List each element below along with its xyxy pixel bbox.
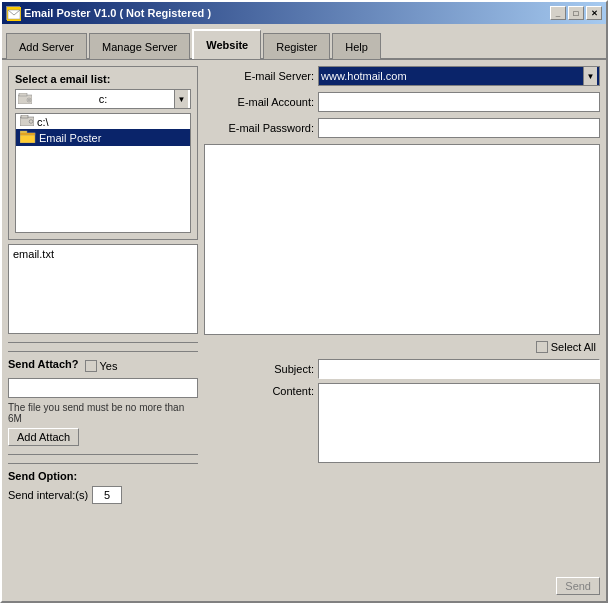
- svg-rect-6: [20, 117, 34, 126]
- separator-1: [8, 342, 198, 343]
- tree-item-drive-label: c:\: [37, 116, 49, 128]
- add-attach-button[interactable]: Add Attach: [8, 428, 79, 446]
- send-attach-section: Send Attach? Yes The file you send must …: [8, 351, 198, 446]
- tab-register[interactable]: Register: [263, 33, 330, 59]
- email-server-select[interactable]: www.hotmail.com ▼: [318, 66, 600, 86]
- send-attach-checkbox[interactable]: [85, 360, 97, 372]
- minimize-button[interactable]: _: [550, 6, 566, 20]
- email-password-label: E-mail Password:: [204, 122, 314, 134]
- email-list-group: Select a email list: c: ▼: [8, 66, 198, 240]
- email-list-label: Select a email list:: [15, 73, 191, 85]
- attach-file-input[interactable]: [8, 378, 198, 398]
- file-tree[interactable]: c:\ Email Poster: [15, 113, 191, 233]
- files-box[interactable]: email.txt: [8, 244, 198, 334]
- subject-input[interactable]: [318, 359, 600, 379]
- tab-add-server[interactable]: Add Server: [6, 33, 87, 59]
- app-icon: [6, 6, 20, 20]
- email-server-label: E-mail Server:: [204, 70, 314, 82]
- drive-icon: [20, 115, 34, 128]
- select-all-label: Select All: [551, 341, 596, 353]
- folder-icon: [20, 130, 36, 145]
- tree-item-folder-label: Email Poster: [39, 132, 101, 144]
- email-account-label: E-mail Account:: [204, 96, 314, 108]
- title-bar-controls: _ □ ✕: [550, 6, 602, 20]
- content-textarea[interactable]: [318, 383, 600, 463]
- file-item: email.txt: [11, 247, 195, 261]
- content-row: Content:: [204, 383, 600, 572]
- send-option-label: Send Option:: [8, 470, 198, 482]
- select-all-row: Select All: [204, 339, 600, 355]
- title-bar-text: Email Poster V1.0 ( Not Registered ): [6, 6, 211, 20]
- tab-website[interactable]: Website: [192, 29, 261, 59]
- email-list-area[interactable]: [204, 144, 600, 335]
- svg-rect-7: [21, 115, 28, 118]
- send-interval-row: Send interval:(s): [8, 486, 198, 504]
- tree-item-drive[interactable]: c:\: [16, 114, 190, 129]
- drive-select-value: c:: [99, 93, 108, 105]
- tab-manage-server[interactable]: Manage Server: [89, 33, 190, 59]
- title-bar: Email Poster V1.0 ( Not Registered ) _ □…: [2, 2, 606, 24]
- tab-bar: Add Server Manage Server Website Registe…: [2, 24, 606, 60]
- send-attach-label: Send Attach?: [8, 358, 79, 370]
- select-all-checkbox[interactable]: [536, 341, 548, 353]
- email-password-row: E-mail Password:: [204, 118, 600, 138]
- send-interval-label: Send interval:(s): [8, 489, 88, 501]
- email-account-row: E-mail Account:: [204, 92, 600, 112]
- send-option-section: Send Option: Send interval:(s): [8, 463, 198, 504]
- tab-help[interactable]: Help: [332, 33, 381, 59]
- email-server-row: E-mail Server: www.hotmail.com ▼: [204, 66, 600, 86]
- send-row: Send: [204, 575, 600, 595]
- send-button[interactable]: Send: [556, 577, 600, 595]
- email-account-input[interactable]: [318, 92, 600, 112]
- subject-row: Subject:: [204, 359, 600, 379]
- drive-select-icon: [18, 93, 32, 106]
- content-label: Content:: [204, 383, 314, 397]
- svg-point-5: [28, 99, 30, 101]
- svg-rect-2: [18, 95, 32, 104]
- tree-item-folder[interactable]: Email Poster: [16, 129, 190, 146]
- svg-rect-11: [20, 133, 35, 135]
- main-content: Select a email list: c: ▼: [2, 60, 606, 601]
- right-panel: E-mail Server: www.hotmail.com ▼ E-mail …: [204, 66, 600, 595]
- separator-2: [8, 454, 198, 455]
- email-password-input[interactable]: [318, 118, 600, 138]
- subject-label: Subject:: [204, 363, 314, 375]
- attach-info-text: The file you send must be no more than 6…: [8, 402, 198, 424]
- send-attach-header: Send Attach? Yes: [8, 358, 198, 374]
- send-interval-input[interactable]: [92, 486, 122, 504]
- close-button[interactable]: ✕: [586, 6, 602, 20]
- drive-selector[interactable]: c: ▼: [15, 89, 191, 109]
- email-server-arrow-icon: ▼: [583, 67, 597, 85]
- maximize-button[interactable]: □: [568, 6, 584, 20]
- svg-rect-3: [19, 93, 27, 96]
- email-server-value: www.hotmail.com: [321, 70, 407, 82]
- send-attach-checkbox-group: Yes: [85, 360, 118, 372]
- left-panel: Select a email list: c: ▼: [8, 66, 198, 595]
- drive-select-arrow: ▼: [174, 90, 188, 108]
- send-attach-checkbox-label: Yes: [100, 360, 118, 372]
- main-window: Email Poster V1.0 ( Not Registered ) _ □…: [0, 0, 608, 603]
